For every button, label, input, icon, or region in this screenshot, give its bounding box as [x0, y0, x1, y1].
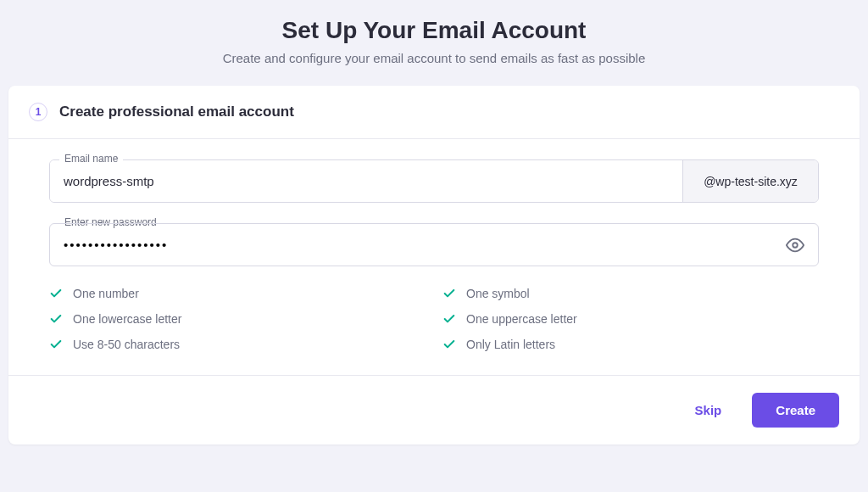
eye-icon: [786, 236, 804, 254]
requirement-text: Use 8-50 characters: [73, 338, 180, 351]
check-icon: [442, 338, 456, 351]
svg-point-0: [793, 243, 798, 248]
card-header: 1 Create professional email account: [8, 86, 860, 139]
step-title: Create professional email account: [59, 103, 294, 120]
requirement-item: One symbol: [442, 287, 819, 300]
requirement-text: One number: [73, 287, 139, 300]
step-number-badge: 1: [29, 103, 47, 121]
requirement-item: One lowercase letter: [49, 312, 426, 326]
email-name-input[interactable]: [50, 160, 682, 202]
requirement-item: One number: [49, 287, 426, 300]
check-icon: [49, 338, 63, 351]
email-name-field-wrapper: Email name @wp-test-site.xyz: [49, 159, 819, 203]
requirement-item: Only Latin letters: [442, 338, 819, 351]
email-name-label: Email name: [59, 153, 123, 165]
requirement-item: One uppercase letter: [442, 312, 819, 326]
check-icon: [442, 287, 456, 300]
password-field-wrapper: Enter new password: [49, 223, 819, 266]
page-subtitle: Create and configure your email account …: [0, 51, 868, 65]
requirement-text: One uppercase letter: [466, 312, 577, 326]
password-input-group: [49, 223, 819, 266]
requirement-text: One symbol: [466, 287, 530, 300]
password-requirements: One number One symbol One lowercase lett…: [49, 287, 819, 351]
skip-button[interactable]: Skip: [678, 393, 739, 428]
create-button[interactable]: Create: [752, 393, 839, 428]
page-title: Set Up Your Email Account: [0, 17, 868, 44]
page-header: Set Up Your Email Account Create and con…: [0, 17, 868, 65]
check-icon: [49, 287, 63, 300]
toggle-password-visibility-button[interactable]: [772, 236, 818, 254]
card-body: Email name @wp-test-site.xyz Enter new p…: [8, 139, 860, 375]
password-input[interactable]: [50, 224, 772, 266]
email-input-group: @wp-test-site.xyz: [49, 159, 819, 203]
requirement-text: One lowercase letter: [73, 312, 181, 326]
card-footer: Skip Create: [8, 375, 860, 444]
check-icon: [442, 312, 456, 326]
check-icon: [49, 312, 63, 326]
requirement-item: Use 8-50 characters: [49, 338, 426, 351]
email-domain-suffix: @wp-test-site.xyz: [682, 160, 818, 202]
setup-card: 1 Create professional email account Emai…: [8, 86, 860, 444]
requirement-text: Only Latin letters: [466, 338, 555, 351]
